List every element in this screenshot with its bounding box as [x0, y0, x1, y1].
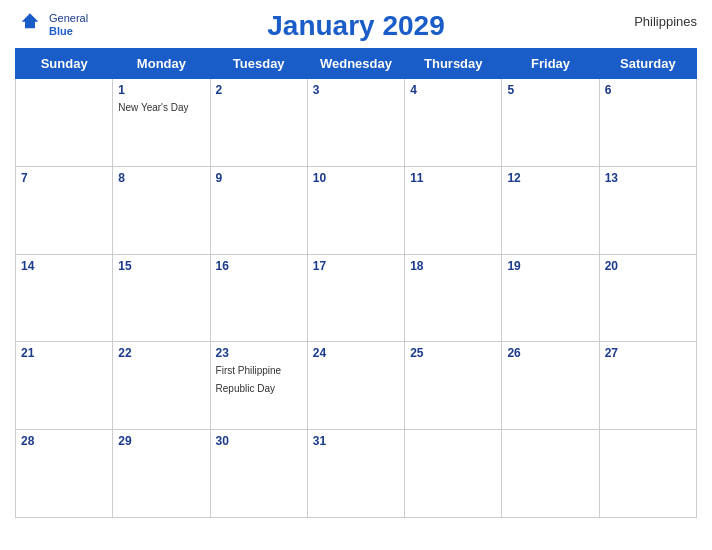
- day-number: 25: [410, 346, 496, 360]
- calendar-cell: 16: [210, 254, 307, 342]
- calendar-header: General Blue January 2029 Philippines: [15, 10, 697, 42]
- calendar-cell: 26: [502, 342, 599, 430]
- calendar-cell: 17: [307, 254, 404, 342]
- calendar-cell: 18: [405, 254, 502, 342]
- holiday-label: First Philippine Republic Day: [216, 365, 282, 394]
- logo-general: General: [49, 12, 88, 24]
- day-header-friday: Friday: [502, 49, 599, 79]
- country-label: Philippines: [634, 14, 697, 29]
- day-number: 12: [507, 171, 593, 185]
- day-header-sunday: Sunday: [16, 49, 113, 79]
- day-number: 18: [410, 259, 496, 273]
- calendar-cell: 29: [113, 430, 210, 518]
- day-number: 23: [216, 346, 302, 360]
- calendar-cell: 25: [405, 342, 502, 430]
- day-number: 22: [118, 346, 204, 360]
- day-number: 4: [410, 83, 496, 97]
- day-number: 17: [313, 259, 399, 273]
- calendar-cell: 11: [405, 166, 502, 254]
- day-number: 24: [313, 346, 399, 360]
- calendar-cell: 3: [307, 79, 404, 167]
- calendar-cell: 27: [599, 342, 696, 430]
- day-number: 20: [605, 259, 691, 273]
- day-header-wednesday: Wednesday: [307, 49, 404, 79]
- calendar-cell: 8: [113, 166, 210, 254]
- calendar-cell: [502, 430, 599, 518]
- week-row-2: 78910111213: [16, 166, 697, 254]
- calendar-wrapper: General Blue January 2029 Philippines Su…: [0, 0, 712, 550]
- day-number: 14: [21, 259, 107, 273]
- calendar-cell: 5: [502, 79, 599, 167]
- calendar-cell: 23First Philippine Republic Day: [210, 342, 307, 430]
- week-row-1: 1New Year's Day23456: [16, 79, 697, 167]
- calendar-cell: 10: [307, 166, 404, 254]
- day-number: 19: [507, 259, 593, 273]
- day-number: 29: [118, 434, 204, 448]
- logo: General Blue: [15, 10, 88, 40]
- calendar-cell: 28: [16, 430, 113, 518]
- calendar-table: SundayMondayTuesdayWednesdayThursdayFrid…: [15, 48, 697, 518]
- day-number: 5: [507, 83, 593, 97]
- calendar-cell: 14: [16, 254, 113, 342]
- calendar-cell: 20: [599, 254, 696, 342]
- holiday-label: New Year's Day: [118, 102, 188, 113]
- logo-blue: Blue: [49, 25, 73, 37]
- calendar-cell: 6: [599, 79, 696, 167]
- day-number: 2: [216, 83, 302, 97]
- calendar-cell: 30: [210, 430, 307, 518]
- day-header-saturday: Saturday: [599, 49, 696, 79]
- calendar-cell: 7: [16, 166, 113, 254]
- day-number: 13: [605, 171, 691, 185]
- calendar-cell: 22: [113, 342, 210, 430]
- calendar-cell: 15: [113, 254, 210, 342]
- day-header-thursday: Thursday: [405, 49, 502, 79]
- day-number: 10: [313, 171, 399, 185]
- day-number: 9: [216, 171, 302, 185]
- calendar-cell: [16, 79, 113, 167]
- week-row-3: 14151617181920: [16, 254, 697, 342]
- day-number: 16: [216, 259, 302, 273]
- day-number: 1: [118, 83, 204, 97]
- calendar-cell: 1New Year's Day: [113, 79, 210, 167]
- calendar-cell: [599, 430, 696, 518]
- days-header-row: SundayMondayTuesdayWednesdayThursdayFrid…: [16, 49, 697, 79]
- calendar-cell: 31: [307, 430, 404, 518]
- day-number: 8: [118, 171, 204, 185]
- calendar-cell: 2: [210, 79, 307, 167]
- day-number: 3: [313, 83, 399, 97]
- day-number: 6: [605, 83, 691, 97]
- day-header-monday: Monday: [113, 49, 210, 79]
- month-title: January 2029: [267, 10, 444, 42]
- calendar-cell: [405, 430, 502, 518]
- calendar-cell: 21: [16, 342, 113, 430]
- day-number: 30: [216, 434, 302, 448]
- day-number: 28: [21, 434, 107, 448]
- day-number: 31: [313, 434, 399, 448]
- calendar-cell: 19: [502, 254, 599, 342]
- calendar-cell: 12: [502, 166, 599, 254]
- day-number: 27: [605, 346, 691, 360]
- logo-icon: [15, 10, 45, 40]
- calendar-cell: 9: [210, 166, 307, 254]
- day-header-tuesday: Tuesday: [210, 49, 307, 79]
- day-number: 21: [21, 346, 107, 360]
- week-row-5: 28293031: [16, 430, 697, 518]
- day-number: 7: [21, 171, 107, 185]
- calendar-cell: 13: [599, 166, 696, 254]
- day-number: 15: [118, 259, 204, 273]
- day-number: 26: [507, 346, 593, 360]
- calendar-body: 1New Year's Day2345678910111213141516171…: [16, 79, 697, 518]
- week-row-4: 212223First Philippine Republic Day24252…: [16, 342, 697, 430]
- logo-text: General Blue: [49, 12, 88, 38]
- calendar-cell: 4: [405, 79, 502, 167]
- day-number: 11: [410, 171, 496, 185]
- calendar-cell: 24: [307, 342, 404, 430]
